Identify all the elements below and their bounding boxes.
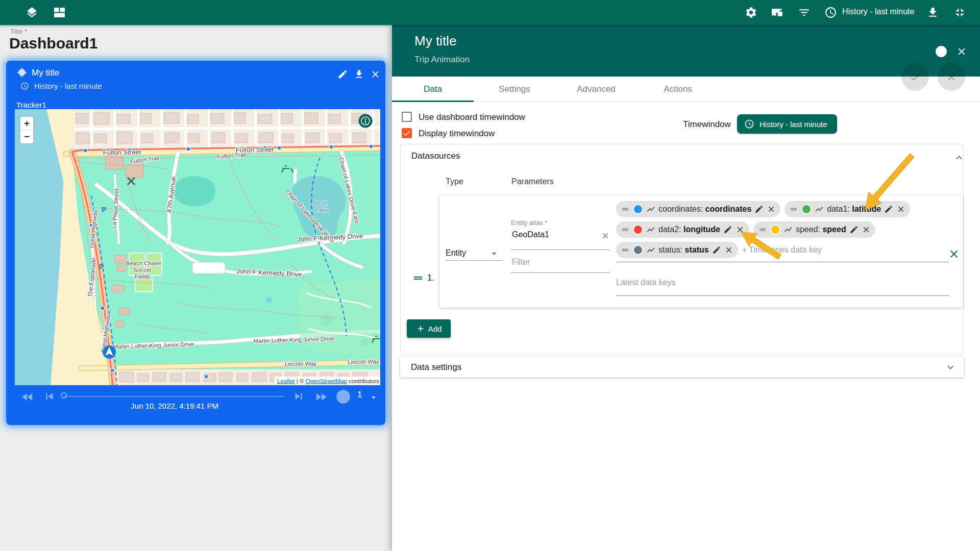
- timewindow-button-label: History - last minute: [760, 120, 827, 129]
- edit-key-icon[interactable]: [754, 205, 764, 214]
- key-name: data1: latitude: [827, 205, 881, 214]
- play-button[interactable]: [336, 389, 351, 404]
- dashboard-states-icon[interactable]: [771, 6, 783, 19]
- apply-changes-button[interactable]: [901, 63, 929, 91]
- timeseries-icon: [646, 245, 655, 255]
- trip-animation-widget[interactable]: My title History - last minute Tracker1: [6, 61, 385, 425]
- drag-handle-icon[interactable]: [758, 225, 767, 234]
- map-attribution: Leaflet | © OpenStreetMap contributors: [274, 377, 380, 385]
- remove-key-icon[interactable]: [724, 245, 733, 255]
- display-timewindow-label: Display timewindow: [419, 129, 495, 139]
- svg-text:Leaflet | © OpenStreetMap cont: Leaflet | © OpenStreetMap contributors: [277, 378, 379, 384]
- tab-data[interactable]: Data: [392, 77, 474, 102]
- display-timewindow-checkbox[interactable]: [402, 128, 412, 138]
- add-datasource-button[interactable]: Add: [407, 319, 451, 338]
- leaflet-link[interactable]: Leaflet: [277, 378, 295, 384]
- top-bar: History - last minute: [0, 0, 980, 25]
- download-icon[interactable]: [926, 6, 939, 19]
- zoom-out-button[interactable]: −: [24, 131, 30, 142]
- map-canvas[interactable]: P P Fulton Street Fulton Street Fulton T…: [15, 109, 380, 385]
- collapse-datasources-icon[interactable]: [953, 152, 965, 164]
- discard-changes-button[interactable]: [938, 63, 965, 91]
- key-color-dot: [633, 204, 643, 214]
- timewindow-button[interactable]: History - last minute: [737, 114, 837, 134]
- widget-timewindow-label: History - last minute: [34, 82, 102, 90]
- remove-key-icon[interactable]: [736, 225, 745, 234]
- layers-icon[interactable]: [26, 6, 38, 19]
- data-key-chip-data2[interactable]: data2: longitude: [616, 221, 749, 238]
- map-container[interactable]: P P Fulton Street Fulton Street Fulton T…: [15, 109, 380, 385]
- fast-rewind-button[interactable]: [20, 390, 35, 404]
- key-color-dot: [770, 224, 780, 235]
- key-color-dot: [633, 224, 643, 235]
- entity-alias-input[interactable]: [512, 230, 594, 239]
- datasource-type-select[interactable]: Entity: [446, 248, 466, 258]
- topbar-timewindow-label[interactable]: History - last minute: [842, 7, 914, 16]
- edit-widget-icon[interactable]: [337, 69, 348, 80]
- fast-forward-button[interactable]: [314, 390, 328, 404]
- data-key-chip-coordinates[interactable]: coordinates: coordinates: [616, 201, 780, 217]
- timeseries-icon: [815, 205, 824, 214]
- drag-handle-icon[interactable]: [621, 225, 630, 234]
- checkbox-check-icon: [402, 129, 411, 138]
- timewindow-clock-icon[interactable]: [824, 6, 837, 19]
- skip-previous-button[interactable]: [43, 390, 56, 403]
- edit-key-icon[interactable]: [884, 205, 893, 214]
- close-panel-icon[interactable]: [956, 46, 967, 57]
- trip-position-marker[interactable]: [103, 345, 116, 359]
- dashboard-title-field[interactable]: Dashboard1: [9, 35, 97, 52]
- data-key-chip-status[interactable]: status: status: [616, 242, 738, 258]
- playback-speed-select[interactable]: 1: [357, 390, 362, 400]
- playback-slider-track[interactable]: [64, 396, 284, 397]
- expand-data-settings-icon[interactable]: [944, 361, 957, 373]
- filter-input[interactable]: [512, 258, 604, 267]
- map-zoom-control[interactable]: + −: [20, 116, 34, 144]
- key-color-dot: [633, 245, 643, 255]
- edit-key-icon[interactable]: [723, 225, 732, 234]
- svg-text:P: P: [102, 206, 106, 214]
- datasource-index: 1.: [427, 273, 434, 283]
- speed-dropdown-icon[interactable]: [369, 392, 379, 403]
- dashboards-icon[interactable]: [53, 6, 66, 19]
- use-dashboard-timewindow-checkbox[interactable]: [402, 112, 412, 122]
- edit-key-icon[interactable]: [712, 245, 721, 255]
- tab-advanced[interactable]: Advanced: [555, 77, 637, 102]
- remove-datasource-icon[interactable]: [948, 248, 960, 260]
- latest-data-keys-input[interactable]: [616, 278, 943, 287]
- tab-settings[interactable]: Settings: [474, 77, 555, 102]
- tab-actions[interactable]: Actions: [637, 77, 719, 102]
- remove-key-icon[interactable]: [767, 205, 776, 214]
- type-select-dropdown-icon[interactable]: [488, 248, 500, 259]
- data-settings-panel[interactable]: Data settings: [400, 357, 964, 378]
- panel-header: My title Trip Animation: [392, 25, 980, 77]
- timeseries-icon: [646, 225, 655, 234]
- edit-key-icon[interactable]: [849, 225, 859, 234]
- timeseries-key-input[interactable]: [742, 245, 854, 255]
- datasources-title[interactable]: Datasources: [411, 151, 460, 161]
- drag-handle-icon[interactable]: [789, 205, 798, 214]
- data-key-chip-speed[interactable]: speed: speed: [753, 221, 875, 238]
- drag-handle-icon[interactable]: [621, 245, 630, 255]
- help-icon[interactable]: [935, 45, 947, 58]
- settings-gear-icon[interactable]: [745, 6, 757, 19]
- remove-key-icon[interactable]: [862, 225, 871, 234]
- fullscreen-exit-icon[interactable]: [953, 6, 966, 19]
- remove-key-icon[interactable]: [896, 205, 905, 214]
- map-info-button[interactable]: [359, 114, 373, 128]
- svg-text:Lincoln Way: Lincoln Way: [348, 358, 380, 365]
- filter-icon[interactable]: [798, 6, 811, 19]
- datasource-drag-handle-icon[interactable]: [412, 272, 424, 284]
- zoom-in-button[interactable]: +: [24, 118, 30, 129]
- drag-handle-icon[interactable]: [621, 205, 630, 214]
- data-key-chip-data1[interactable]: data1: latitude: [785, 201, 910, 217]
- export-widget-icon[interactable]: [354, 69, 364, 80]
- clear-alias-icon[interactable]: [601, 231, 610, 240]
- svg-text:P: P: [99, 263, 104, 271]
- remove-widget-icon[interactable]: [370, 69, 381, 80]
- chip-row-3: status: status: [616, 242, 854, 258]
- playback-timestamp: Jun 10, 2022, 4:19:41 PM: [124, 402, 226, 410]
- datasources-panel: Datasources Type Parameters 1. Entity En…: [400, 144, 964, 355]
- skip-next-button[interactable]: [292, 390, 305, 403]
- osm-link[interactable]: OpenStreetMap: [306, 378, 347, 384]
- playback-slider-thumb[interactable]: [61, 392, 67, 398]
